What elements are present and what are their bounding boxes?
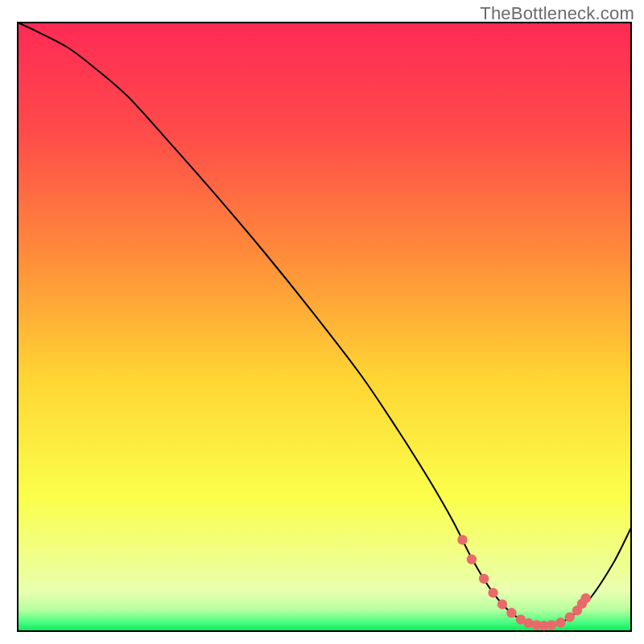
optimal-marker: [580, 593, 590, 603]
optimal-marker: [497, 600, 507, 609]
optimal-marker: [506, 608, 516, 617]
optimal-marker: [457, 535, 467, 544]
optimal-marker: [488, 588, 497, 597]
optimal-marker: [555, 617, 565, 627]
bottleneck-chart: [0, 0, 644, 644]
chart-container: TheBottleneck.com: [0, 0, 644, 644]
optimal-marker: [479, 574, 489, 584]
optimal-marker: [565, 612, 575, 621]
optimal-marker: [467, 555, 477, 564]
optimal-marker: [547, 620, 556, 630]
watermark-text: TheBottleneck.com: [480, 3, 634, 24]
